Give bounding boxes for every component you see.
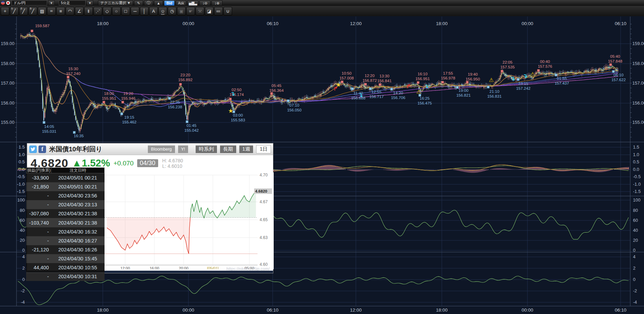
text-tool[interactable]: A (149, 7, 158, 15)
vertical-zoom-in-button[interactable]: ↕⊕ (211, 0, 222, 6)
tab-bloomberg[interactable]: Bloomberg (148, 145, 175, 153)
order-datetime-column-header[interactable]: 注文日時 (52, 168, 104, 173)
svg-text:18:00: 18:00 (436, 21, 448, 26)
trendline1-tool[interactable]: ╱1 (10, 7, 19, 15)
day-low: L: 4.6010 (162, 163, 183, 169)
low-annotation-price: 157.242 (516, 86, 531, 90)
time-marker-tool[interactable]: ◷ (168, 7, 176, 15)
trendline3-tool[interactable]: ╱3 (29, 7, 37, 15)
tab-1week[interactable]: 1週 (239, 145, 253, 153)
low-annotation-price: 155.042 (184, 128, 199, 132)
magnet-tool[interactable]: ∪ (223, 7, 232, 15)
position-row[interactable]: -21,1202024/04/30 16:26 (26, 245, 105, 254)
eraser-tool[interactable]: ◪ (205, 7, 214, 15)
high-annotation-price: 157.240 (66, 72, 80, 76)
pl-column-header[interactable]: 損益(円換算) (26, 168, 52, 173)
bid-button[interactable]: Bid (164, 0, 175, 6)
icon-stamp-tool[interactable]: ☺icon (159, 7, 167, 15)
position-row[interactable]: -2024/04/30 10:31 (26, 272, 105, 281)
position-row[interactable]: -2024/04/30 15:45 (26, 254, 105, 263)
position-row[interactable]: -2024/04/30 23:56 (26, 191, 105, 200)
timeframe-select[interactable]: 5分足 (59, 0, 86, 6)
svg-text:20: 20 (633, 238, 638, 243)
copy-object-tool[interactable]: ▣ (177, 7, 186, 15)
position-row[interactable]: -307,0802024/04/30 21:38 (26, 209, 105, 218)
svg-text:-0.5: -0.5 (633, 174, 641, 179)
high-marker (364, 83, 367, 86)
trendline2-tool[interactable]: ╱2 (19, 7, 28, 15)
fan-lines-tool[interactable]: ∠ (75, 7, 84, 15)
position-order-datetime: 2024/04/30 21:38 (51, 218, 105, 227)
vertical-grid-tool[interactable]: ‖ (84, 7, 93, 15)
high-annotation-price: 159.587 (35, 24, 50, 28)
svg-text:0.5: 0.5 (19, 159, 25, 164)
object-list-tool[interactable]: ≔ (214, 7, 223, 15)
svg-text:157.00: 157.00 (1, 80, 14, 86)
low-annotation-price: 156.475 (417, 101, 432, 105)
low-annotation-price: 156.050 (287, 108, 302, 112)
low-annotation-price: 157.437 (555, 81, 569, 85)
mountain-chart-button[interactable]: ▲ (154, 0, 163, 6)
high-annotation-time: 18:00 (104, 91, 114, 96)
ray-lines-tool[interactable]: ⋰ (94, 7, 102, 15)
info-button[interactable]: ⓘ (144, 0, 153, 6)
technical-select-button[interactable]: テクニカル選択 ▼ (98, 0, 133, 6)
position-row[interactable]: -21,8502024/05/01 00:21 (26, 182, 105, 191)
position-row[interactable]: -33,9002024/05/01 00:21 (26, 173, 105, 182)
low-annotation-time: 19:00 (459, 88, 469, 93)
horizontal-line-tool[interactable]: ─ (131, 7, 139, 15)
low-marker (43, 121, 45, 124)
drawing-toolbar: ＋╱1╱2╱3▨＝≡◠∠‖⋰◇○□─│A☺icon◷▣☛⚒◪≔∪ (0, 6, 644, 16)
position-row[interactable]: -2024/04/30 23:13 (26, 200, 105, 209)
position-pl-value: - (26, 236, 51, 245)
circle-tool[interactable]: ○ (112, 7, 121, 15)
tool-number-label: 3 (30, 7, 31, 10)
ruler-tool[interactable]: ▨ (38, 7, 46, 15)
position-row[interactable]: 44,4002024/04/30 10:55 (26, 263, 105, 272)
currency-pair-select[interactable]: ドル/円 (11, 0, 47, 6)
facebook-icon[interactable]: f (39, 145, 46, 153)
chart-type-button[interactable]: ▅▇▃ (187, 0, 198, 6)
fibonacci-arc-tool[interactable]: ◠ (66, 7, 74, 15)
svg-text:100: 100 (633, 197, 641, 203)
high-annotation-price: 156.950 (466, 77, 480, 81)
tab-timeseries[interactable]: 時系列 (196, 145, 217, 153)
polygon-tool[interactable]: ◇ (103, 7, 111, 15)
position-row[interactable]: -2024/04/30 16:27 (26, 236, 105, 245)
high-marker (379, 84, 381, 86)
position-order-datetime: 2024/04/30 10:55 (51, 263, 105, 272)
low-marker (517, 78, 520, 81)
tab-yahoo[interactable]: Y! (178, 145, 188, 153)
vertical-zoom-out-button[interactable]: ↕⊖ (199, 0, 210, 6)
position-order-datetime: 2024/04/30 10:31 (51, 272, 105, 281)
high-annotation-price: 156.951 (415, 77, 430, 81)
high-marker (441, 81, 444, 84)
low-annotation-time: 03:00 (233, 113, 243, 117)
day-high: H: 4.6780 (162, 158, 183, 163)
position-row[interactable]: -2024/04/30 16:32 (26, 227, 105, 236)
pencil-tool-button[interactable]: ✎ (134, 0, 143, 6)
twitter-icon[interactable] (29, 145, 37, 153)
move-object-tool[interactable]: ☛ (186, 7, 195, 15)
yield-change-abs: +0.070 (113, 160, 134, 167)
svg-text:0: 0 (22, 248, 25, 253)
svg-text:-2: -2 (21, 288, 25, 293)
low-annotation-price: 155.462 (122, 120, 137, 124)
tab-longterm[interactable]: 長期 (220, 145, 236, 153)
crosshair-tool[interactable]: ＋ (1, 7, 9, 15)
fibonacci-lines-tool[interactable]: ≡ (56, 7, 65, 15)
ask-button[interactable]: Ask (176, 0, 187, 6)
vertical-line-tool[interactable]: │ (140, 7, 149, 15)
high-marker (271, 93, 273, 95)
svg-text:00:00: 00:00 (522, 21, 533, 26)
low-marker (555, 74, 557, 76)
timeframe-dropdown-button[interactable]: ▼ (87, 0, 93, 6)
technical-select-label: テクニカル選択 ▼ (100, 1, 131, 6)
rectangle-tool[interactable]: □ (121, 7, 130, 15)
tab-1day[interactable]: 1日 (256, 145, 271, 153)
edit-object-tool[interactable]: ⚒ (196, 7, 204, 15)
parallel-lines-tool[interactable]: ＝ (47, 7, 56, 15)
svg-text:-1.0: -1.0 (17, 182, 25, 187)
position-row[interactable]: -103,7402024/04/30 21:38 (26, 218, 105, 227)
currency-pair-dropdown-button[interactable]: ▼ (48, 0, 55, 6)
